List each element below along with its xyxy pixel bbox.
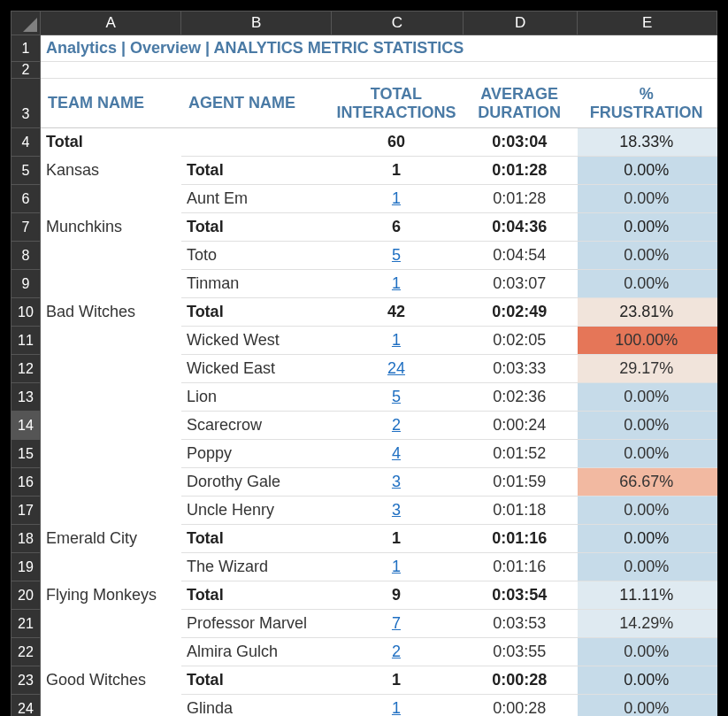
cell-frustration[interactable]: 29.17%: [578, 355, 717, 383]
cell-frustration[interactable]: 0.00%: [578, 638, 717, 666]
header-frustration[interactable]: %FRUSTRATION: [578, 79, 717, 128]
cell-agent[interactable]: [181, 128, 331, 157]
cell-agent[interactable]: Wicked East: [181, 355, 331, 383]
row-header-11[interactable]: 11: [11, 327, 41, 355]
row-header-16[interactable]: 16: [11, 468, 41, 497]
cell-agent[interactable]: Total: [181, 581, 331, 610]
row-header-22[interactable]: 22: [11, 638, 41, 666]
cell-team[interactable]: Total: [41, 128, 181, 157]
row-header-19[interactable]: 19: [11, 553, 41, 581]
cell-frustration[interactable]: 0.00%: [578, 553, 717, 581]
cell-interactions[interactable]: 1: [331, 185, 463, 213]
header-total-interactions[interactable]: TOTALINTERACTIONS: [331, 79, 463, 128]
col-header-D[interactable]: D: [463, 12, 577, 35]
cell-interactions[interactable]: 2: [331, 412, 463, 440]
row-header-2[interactable]: 2: [11, 62, 41, 79]
cell-interactions[interactable]: 42: [331, 298, 463, 327]
cell-team[interactable]: [41, 327, 181, 355]
cell-agent[interactable]: Poppy: [181, 440, 331, 468]
cell-duration[interactable]: 0:04:54: [463, 242, 577, 270]
cell-duration[interactable]: 0:01:16: [463, 553, 577, 581]
cell-team[interactable]: [41, 270, 181, 298]
cell-agent[interactable]: Almira Gulch: [181, 638, 331, 666]
cell-agent[interactable]: Tinman: [181, 270, 331, 298]
row-header-8[interactable]: 8: [11, 242, 41, 270]
cell-agent[interactable]: Wicked West: [181, 327, 331, 355]
row-header-10[interactable]: 10: [11, 298, 41, 327]
cell-frustration[interactable]: 11.11%: [578, 581, 717, 610]
cell-duration[interactable]: 0:03:07: [463, 270, 577, 298]
cell-agent[interactable]: Lion: [181, 383, 331, 412]
cell-frustration[interactable]: 0.00%: [578, 440, 717, 468]
cell-interactions[interactable]: 1: [331, 157, 463, 185]
page-title[interactable]: Analytics | Overview | ANALYTICS METRIC …: [41, 35, 717, 62]
cell-team[interactable]: Bad Witches: [41, 298, 181, 327]
cell-interactions[interactable]: 6: [331, 213, 463, 242]
cell-team[interactable]: Good Witches: [41, 666, 181, 695]
cell-frustration[interactable]: 66.67%: [578, 468, 717, 497]
cell-agent[interactable]: Total: [181, 666, 331, 695]
cell-interactions[interactable]: 3: [331, 497, 463, 525]
row-header-9[interactable]: 9: [11, 270, 41, 298]
cell-team[interactable]: [41, 638, 181, 666]
cell-team[interactable]: Kansas: [41, 157, 181, 185]
row-header-3[interactable]: 3: [11, 79, 41, 128]
cell-team[interactable]: [41, 383, 181, 412]
cell-frustration[interactable]: 0.00%: [578, 185, 717, 213]
cell-agent[interactable]: Total: [181, 157, 331, 185]
header-agent-name[interactable]: AGENT NAME: [181, 79, 331, 128]
row-header-24[interactable]: 24: [11, 695, 41, 717]
col-header-E[interactable]: E: [578, 12, 717, 35]
cell-frustration[interactable]: 18.33%: [578, 128, 717, 157]
cell-duration[interactable]: 0:01:52: [463, 440, 577, 468]
cell-duration[interactable]: 0:02:05: [463, 327, 577, 355]
cell-agent[interactable]: Uncle Henry: [181, 497, 331, 525]
cell-team[interactable]: [41, 553, 181, 581]
cell-interactions[interactable]: 1: [331, 327, 463, 355]
row-header-14[interactable]: 14: [11, 412, 41, 440]
cell-frustration[interactable]: 0.00%: [578, 666, 717, 695]
cell-frustration[interactable]: 0.00%: [578, 213, 717, 242]
spreadsheet-grid[interactable]: { "columns": ["A","B","C","D","E"], "tit…: [11, 11, 717, 716]
cell-frustration[interactable]: 0.00%: [578, 525, 717, 553]
cell-team[interactable]: [41, 440, 181, 468]
blank-row[interactable]: [41, 62, 717, 79]
cell-interactions[interactable]: 5: [331, 242, 463, 270]
header-team-name[interactable]: TEAM NAME: [41, 79, 181, 128]
cell-agent[interactable]: Total: [181, 525, 331, 553]
cell-team[interactable]: [41, 355, 181, 383]
cell-team[interactable]: Munchkins: [41, 213, 181, 242]
cell-frustration[interactable]: 0.00%: [578, 157, 717, 185]
cell-interactions[interactable]: 1: [331, 270, 463, 298]
header-average-duration[interactable]: AVERAGEDURATION: [463, 79, 577, 128]
row-header-6[interactable]: 6: [11, 185, 41, 213]
cell-duration[interactable]: 0:03:55: [463, 638, 577, 666]
col-header-A[interactable]: A: [41, 12, 181, 35]
row-header-1[interactable]: 1: [11, 35, 41, 62]
cell-duration[interactable]: 0:03:33: [463, 355, 577, 383]
row-header-20[interactable]: 20: [11, 581, 41, 610]
cell-frustration[interactable]: 23.81%: [578, 298, 717, 327]
row-header-13[interactable]: 13: [11, 383, 41, 412]
cell-frustration[interactable]: 0.00%: [578, 497, 717, 525]
cell-duration[interactable]: 0:03:53: [463, 610, 577, 638]
cell-frustration[interactable]: 100.00%: [578, 327, 717, 355]
row-header-17[interactable]: 17: [11, 497, 41, 525]
cell-team[interactable]: [41, 412, 181, 440]
cell-duration[interactable]: 0:02:49: [463, 298, 577, 327]
cell-duration[interactable]: 0:00:28: [463, 695, 577, 717]
cell-agent[interactable]: Aunt Em: [181, 185, 331, 213]
cell-interactions[interactable]: 1: [331, 666, 463, 695]
cell-team[interactable]: Emerald City: [41, 525, 181, 553]
row-header-12[interactable]: 12: [11, 355, 41, 383]
cell-frustration[interactable]: 0.00%: [578, 695, 717, 717]
cell-team[interactable]: [41, 497, 181, 525]
cell-agent[interactable]: The Wizard: [181, 553, 331, 581]
cell-interactions[interactable]: 4: [331, 440, 463, 468]
row-header-15[interactable]: 15: [11, 440, 41, 468]
cell-duration[interactable]: 0:03:54: [463, 581, 577, 610]
row-header-7[interactable]: 7: [11, 213, 41, 242]
cell-team[interactable]: [41, 468, 181, 497]
select-all-corner[interactable]: [11, 12, 41, 35]
cell-interactions[interactable]: 3: [331, 468, 463, 497]
